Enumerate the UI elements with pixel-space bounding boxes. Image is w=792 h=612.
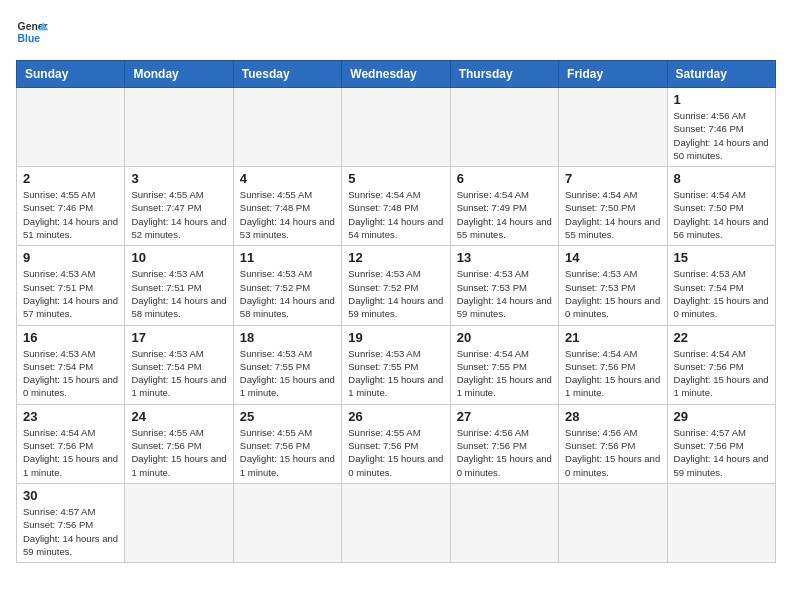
day-number: 29 [674,409,769,424]
calendar-cell: 2Sunrise: 4:55 AM Sunset: 7:46 PM Daylig… [17,167,125,246]
day-info: Sunrise: 4:53 AM Sunset: 7:51 PM Dayligh… [23,267,118,320]
day-number: 7 [565,171,660,186]
day-info: Sunrise: 4:57 AM Sunset: 7:56 PM Dayligh… [23,505,118,558]
svg-text:Blue: Blue [18,33,41,44]
day-number: 12 [348,250,443,265]
day-number: 15 [674,250,769,265]
day-number: 18 [240,330,335,345]
day-info: Sunrise: 4:56 AM Sunset: 7:56 PM Dayligh… [565,426,660,479]
calendar-week-3: 9Sunrise: 4:53 AM Sunset: 7:51 PM Daylig… [17,246,776,325]
day-info: Sunrise: 4:55 AM Sunset: 7:48 PM Dayligh… [240,188,335,241]
weekday-tuesday: Tuesday [233,61,341,88]
calendar-cell: 7Sunrise: 4:54 AM Sunset: 7:50 PM Daylig… [559,167,667,246]
day-info: Sunrise: 4:55 AM Sunset: 7:47 PM Dayligh… [131,188,226,241]
day-info: Sunrise: 4:56 AM Sunset: 7:46 PM Dayligh… [674,109,769,162]
day-info: Sunrise: 4:55 AM Sunset: 7:56 PM Dayligh… [348,426,443,479]
day-number: 3 [131,171,226,186]
calendar-cell [233,88,341,167]
calendar-cell [125,483,233,562]
calendar-week-5: 23Sunrise: 4:54 AM Sunset: 7:56 PM Dayli… [17,404,776,483]
day-number: 19 [348,330,443,345]
weekday-friday: Friday [559,61,667,88]
calendar-cell: 12Sunrise: 4:53 AM Sunset: 7:52 PM Dayli… [342,246,450,325]
calendar-cell: 18Sunrise: 4:53 AM Sunset: 7:55 PM Dayli… [233,325,341,404]
calendar-week-1: 1Sunrise: 4:56 AM Sunset: 7:46 PM Daylig… [17,88,776,167]
day-info: Sunrise: 4:53 AM Sunset: 7:52 PM Dayligh… [348,267,443,320]
weekday-header-row: SundayMondayTuesdayWednesdayThursdayFrid… [17,61,776,88]
calendar-cell: 5Sunrise: 4:54 AM Sunset: 7:48 PM Daylig… [342,167,450,246]
calendar-cell [559,88,667,167]
weekday-saturday: Saturday [667,61,775,88]
day-info: Sunrise: 4:54 AM Sunset: 7:56 PM Dayligh… [674,347,769,400]
day-info: Sunrise: 4:54 AM Sunset: 7:56 PM Dayligh… [565,347,660,400]
day-info: Sunrise: 4:53 AM Sunset: 7:51 PM Dayligh… [131,267,226,320]
day-info: Sunrise: 4:55 AM Sunset: 7:46 PM Dayligh… [23,188,118,241]
calendar-table: SundayMondayTuesdayWednesdayThursdayFrid… [16,60,776,563]
day-number: 28 [565,409,660,424]
calendar-cell [450,483,558,562]
day-number: 16 [23,330,118,345]
header: General Blue [16,16,776,48]
day-number: 27 [457,409,552,424]
calendar-cell: 29Sunrise: 4:57 AM Sunset: 7:56 PM Dayli… [667,404,775,483]
calendar-cell [450,88,558,167]
weekday-wednesday: Wednesday [342,61,450,88]
calendar-cell: 21Sunrise: 4:54 AM Sunset: 7:56 PM Dayli… [559,325,667,404]
calendar-cell: 6Sunrise: 4:54 AM Sunset: 7:49 PM Daylig… [450,167,558,246]
day-number: 5 [348,171,443,186]
calendar-cell: 30Sunrise: 4:57 AM Sunset: 7:56 PM Dayli… [17,483,125,562]
day-info: Sunrise: 4:55 AM Sunset: 7:56 PM Dayligh… [131,426,226,479]
calendar-cell: 28Sunrise: 4:56 AM Sunset: 7:56 PM Dayli… [559,404,667,483]
day-number: 21 [565,330,660,345]
calendar-cell: 13Sunrise: 4:53 AM Sunset: 7:53 PM Dayli… [450,246,558,325]
calendar-cell: 9Sunrise: 4:53 AM Sunset: 7:51 PM Daylig… [17,246,125,325]
calendar-cell: 20Sunrise: 4:54 AM Sunset: 7:55 PM Dayli… [450,325,558,404]
day-number: 25 [240,409,335,424]
day-number: 2 [23,171,118,186]
day-number: 8 [674,171,769,186]
day-info: Sunrise: 4:53 AM Sunset: 7:52 PM Dayligh… [240,267,335,320]
day-number: 30 [23,488,118,503]
day-number: 24 [131,409,226,424]
day-info: Sunrise: 4:53 AM Sunset: 7:55 PM Dayligh… [348,347,443,400]
calendar-cell: 23Sunrise: 4:54 AM Sunset: 7:56 PM Dayli… [17,404,125,483]
calendar-cell: 19Sunrise: 4:53 AM Sunset: 7:55 PM Dayli… [342,325,450,404]
calendar-cell: 8Sunrise: 4:54 AM Sunset: 7:50 PM Daylig… [667,167,775,246]
calendar-cell [17,88,125,167]
day-info: Sunrise: 4:53 AM Sunset: 7:54 PM Dayligh… [23,347,118,400]
day-info: Sunrise: 4:54 AM Sunset: 7:50 PM Dayligh… [565,188,660,241]
calendar-cell: 4Sunrise: 4:55 AM Sunset: 7:48 PM Daylig… [233,167,341,246]
calendar-cell: 11Sunrise: 4:53 AM Sunset: 7:52 PM Dayli… [233,246,341,325]
calendar-cell: 1Sunrise: 4:56 AM Sunset: 7:46 PM Daylig… [667,88,775,167]
day-number: 10 [131,250,226,265]
day-number: 6 [457,171,552,186]
weekday-thursday: Thursday [450,61,558,88]
calendar-cell: 15Sunrise: 4:53 AM Sunset: 7:54 PM Dayli… [667,246,775,325]
day-info: Sunrise: 4:54 AM Sunset: 7:50 PM Dayligh… [674,188,769,241]
day-number: 11 [240,250,335,265]
calendar-cell: 17Sunrise: 4:53 AM Sunset: 7:54 PM Dayli… [125,325,233,404]
day-info: Sunrise: 4:56 AM Sunset: 7:56 PM Dayligh… [457,426,552,479]
day-info: Sunrise: 4:54 AM Sunset: 7:48 PM Dayligh… [348,188,443,241]
day-number: 9 [23,250,118,265]
calendar-cell: 10Sunrise: 4:53 AM Sunset: 7:51 PM Dayli… [125,246,233,325]
calendar-cell [559,483,667,562]
day-info: Sunrise: 4:55 AM Sunset: 7:56 PM Dayligh… [240,426,335,479]
weekday-monday: Monday [125,61,233,88]
day-info: Sunrise: 4:54 AM Sunset: 7:55 PM Dayligh… [457,347,552,400]
day-number: 4 [240,171,335,186]
calendar-cell [125,88,233,167]
day-number: 1 [674,92,769,107]
calendar-cell [342,483,450,562]
weekday-sunday: Sunday [17,61,125,88]
calendar-cell: 3Sunrise: 4:55 AM Sunset: 7:47 PM Daylig… [125,167,233,246]
calendar-week-6: 30Sunrise: 4:57 AM Sunset: 7:56 PM Dayli… [17,483,776,562]
day-info: Sunrise: 4:53 AM Sunset: 7:54 PM Dayligh… [131,347,226,400]
calendar-cell [342,88,450,167]
day-number: 13 [457,250,552,265]
calendar-cell [667,483,775,562]
calendar-cell: 27Sunrise: 4:56 AM Sunset: 7:56 PM Dayli… [450,404,558,483]
day-info: Sunrise: 4:53 AM Sunset: 7:54 PM Dayligh… [674,267,769,320]
calendar-cell: 25Sunrise: 4:55 AM Sunset: 7:56 PM Dayli… [233,404,341,483]
day-number: 17 [131,330,226,345]
